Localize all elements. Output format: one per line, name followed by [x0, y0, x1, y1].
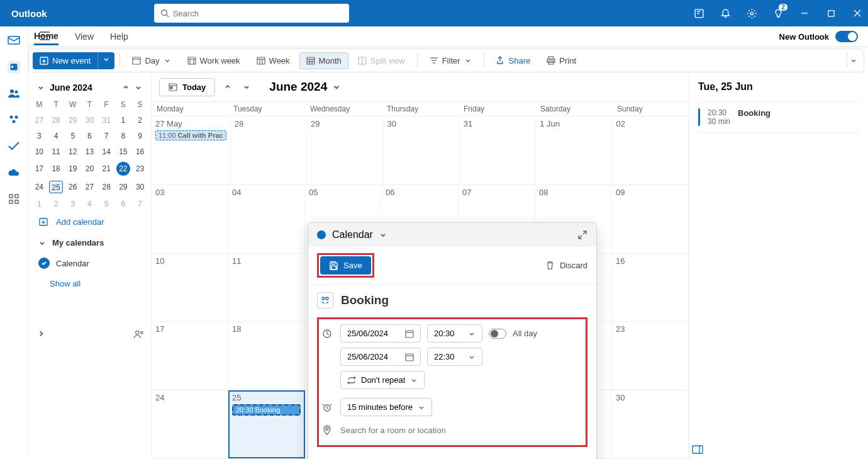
calendar-item[interactable]: Calendar [31, 254, 148, 273]
svg-point-67 [326, 428, 328, 430]
emoji-picker-icon[interactable] [317, 292, 333, 309]
day-cell[interactable]: 30 [383, 116, 459, 184]
new-event-chevron[interactable] [97, 52, 114, 69]
event-title-input[interactable] [341, 293, 587, 307]
maximize-button[interactable] [825, 8, 837, 19]
start-date-input[interactable]: 25/06/2024 [340, 324, 421, 343]
mini-calendar[interactable]: MTWTFSS 272829303112 3456789 10111213141… [31, 96, 148, 212]
rp-event-duration: 30 min [708, 117, 730, 126]
new-contact-icon[interactable] [133, 329, 145, 339]
rail-people-icon[interactable] [8, 87, 20, 99]
close-button[interactable] [852, 8, 863, 19]
agenda-pane-icon[interactable] [692, 445, 703, 454]
save-button[interactable]: Save [320, 256, 371, 275]
discard-button[interactable]: Discard [545, 261, 587, 270]
search-input[interactable] [173, 9, 343, 18]
day-cell[interactable]: 10 [152, 254, 228, 322]
new-event-button[interactable]: New event [33, 52, 114, 69]
location-input[interactable] [340, 426, 582, 435]
day-cell[interactable]: 29 [307, 116, 383, 184]
svg-rect-36 [307, 57, 314, 64]
chevron-down-icon[interactable] [379, 231, 387, 239]
split-icon [358, 56, 367, 65]
bell-icon[interactable] [720, 8, 731, 19]
tips-icon[interactable]: 2 [772, 8, 784, 19]
share-button[interactable]: Share [489, 52, 538, 69]
repeat-dropdown[interactable]: Don't repeat [340, 371, 425, 389]
view-month-button[interactable]: Month [299, 52, 348, 69]
add-calendar-link[interactable]: Add calendar [31, 212, 148, 232]
reminder-dropdown[interactable]: 15 minutes before [340, 398, 432, 416]
filter-button[interactable]: Filter [423, 52, 479, 69]
alarm-icon [320, 402, 334, 412]
tab-view[interactable]: View [75, 29, 94, 44]
day-cell[interactable]: 28 [231, 116, 307, 184]
cal-prev[interactable] [221, 81, 234, 93]
day-header: Saturday [535, 102, 612, 116]
day-cell[interactable]: 24 [152, 390, 228, 458]
day-cell[interactable]: 23 [612, 322, 689, 390]
settings-icon[interactable] [746, 8, 757, 19]
location-icon [320, 425, 334, 435]
rail-mail-icon[interactable] [8, 34, 20, 47]
view-workweek-button[interactable]: Work week [181, 52, 247, 69]
my-calendars-section[interactable]: My calendars [31, 232, 148, 254]
day-cell[interactable]: 30 [612, 390, 689, 458]
day-cell[interactable]: 27 May11:00 Call with Prac [152, 116, 231, 184]
notes-icon[interactable] [693, 8, 704, 19]
minimize-button[interactable] [799, 8, 810, 19]
toolbar-overflow[interactable] [847, 53, 860, 68]
day-icon [132, 56, 141, 65]
rail-groups-icon[interactable] [8, 113, 20, 126]
search-box[interactable] [154, 4, 349, 23]
day-header: Tuesday [228, 102, 305, 116]
chevron-down-icon[interactable] [37, 84, 45, 91]
day-header: Sunday [612, 102, 689, 116]
day-cell[interactable]: 18 [228, 322, 305, 390]
day-cell[interactable]: 04 [228, 185, 305, 253]
mini-cal-next[interactable] [135, 84, 142, 91]
chevron-down-icon[interactable] [332, 82, 341, 91]
svg-point-3 [750, 12, 753, 14]
chevron-right-icon[interactable] [36, 329, 45, 338]
day-cell[interactable]: 1 Jun [536, 116, 612, 184]
print-button[interactable]: Print [540, 52, 583, 69]
day-cell[interactable]: 09 [612, 185, 689, 253]
day-cell[interactable]: 31 [460, 116, 536, 184]
tab-help[interactable]: Help [110, 29, 128, 44]
show-all-link[interactable]: Show all [31, 273, 148, 295]
rail-onedrive-icon[interactable] [8, 166, 20, 179]
day-cell[interactable]: 16 [612, 254, 689, 322]
rail-apps-icon[interactable] [8, 193, 20, 205]
svg-point-53 [141, 332, 143, 334]
today-button[interactable]: Today [159, 78, 215, 96]
mini-cal-prev[interactable] [122, 84, 130, 91]
more-options-link[interactable]: More options [308, 455, 596, 459]
view-day-button[interactable]: Day [125, 52, 177, 69]
view-week-button[interactable]: Week [250, 52, 297, 69]
calendar-event[interactable]: 11:00 Call with Prac [155, 130, 226, 140]
rail-todo-icon[interactable] [8, 140, 20, 152]
end-time-input[interactable]: 22:30 [427, 348, 482, 366]
rail-calendar-icon[interactable] [8, 60, 20, 73]
popup-calendar-label[interactable]: Calendar [332, 229, 373, 241]
all-day-toggle[interactable] [489, 329, 506, 339]
new-outlook-toggle[interactable] [835, 31, 858, 42]
day-cell[interactable]: 02 [613, 116, 689, 184]
start-time-input[interactable]: 20:30 [427, 324, 482, 343]
day-cell-selected[interactable]: 2520:30 Booking [228, 390, 305, 458]
cal-next[interactable] [240, 81, 253, 93]
month-icon [306, 56, 315, 65]
day-cell[interactable]: 17 [152, 322, 228, 390]
hamburger-icon[interactable] [40, 31, 50, 40]
expand-icon[interactable] [577, 230, 587, 240]
rp-event-item[interactable]: 20:30 30 min Booking [698, 101, 859, 133]
svg-rect-56 [170, 87, 172, 89]
svg-point-15 [13, 120, 16, 123]
calendar-event[interactable]: 20:30 Booking [232, 404, 301, 416]
day-cell[interactable]: 03 [152, 185, 228, 253]
end-date-input[interactable]: 25/06/2024 [340, 348, 421, 366]
day-cell[interactable]: 11 [228, 254, 305, 322]
event-editor-popup: Calendar Save Discard 25/06/2024 20:30 [308, 222, 597, 459]
svg-rect-68 [693, 446, 703, 453]
